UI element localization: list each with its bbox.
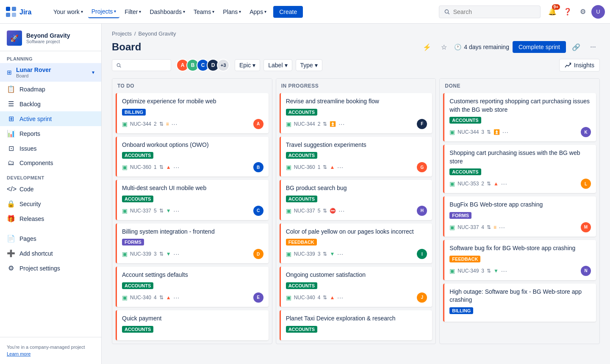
more-icon[interactable]: ··· [174,251,180,257]
card-planet-taxi-inprogress[interactable]: Planet Taxi Device exploration & researc… [280,310,433,340]
star-button[interactable]: ☆ [437,40,451,54]
more-icon[interactable]: ··· [501,267,507,274]
create-button[interactable]: Create [273,6,303,18]
sidebar-item-reports[interactable]: 📊 Reports [0,126,101,141]
sidebar-item-issues[interactable]: ⊡ Issues [0,141,101,156]
complete-sprint-button[interactable]: Complete sprint [513,41,566,53]
jira-logo: Jira [19,7,45,17]
card-nuc-340-todo[interactable]: Account settings defaults ACCOUNTS ▣ NUC… [116,267,269,307]
more-icon[interactable]: ··· [337,164,344,171]
label-filter[interactable]: Label ▾ [263,59,292,71]
nav-teams[interactable]: Teams ▾ [190,6,218,18]
story-points: 3 [318,251,321,257]
card-footer: ▣ NUC-344 2 ⇅ ≡ ··· A [122,119,263,129]
card-avatar: L [581,179,591,189]
card-nuc-337-done[interactable]: BugFix BG Web-store app crashing FORMS ▣… [443,196,596,237]
sidebar-item-active-sprint[interactable]: ⊞ Active sprint [0,111,101,126]
card-nuc-337-inprogress[interactable]: BG product search bug ACCOUNTS ▣ NUC-337… [280,180,433,220]
nav-plans[interactable]: Plans ▾ [219,6,244,18]
card-nuc-344-done[interactable]: Customers reporting shopping cart purcha… [443,93,596,141]
sidebar-section-planning: PLANNING [0,51,101,63]
settings-button[interactable]: ⚙ [576,5,590,19]
learn-more-link[interactable]: Learn more [7,351,30,356]
card-nuc-339-inprogress[interactable]: Color of pale yellow on our pages looks … [280,223,433,264]
nav-icon-group: 🔔 9+ ❓ ⚙ U [546,5,605,19]
sidebar-item-security[interactable]: 🔒 Security [0,196,101,211]
search-bar[interactable] [439,6,541,18]
more-icon[interactable]: ··· [499,224,505,231]
more-icon[interactable]: ··· [338,207,345,214]
card-nuc-353-done[interactable]: Shopping cart purchasing issues with the… [443,145,596,193]
user-avatar[interactable]: U [591,5,605,19]
sidebar-project-header[interactable]: 🚀 Beyond Gravity Software project [0,24,101,51]
card-nuc-355-done[interactable]: High outage: Software bug fix - BG Web-s… [443,284,596,322]
priority-icon: ≡ [494,224,496,230]
more-icon[interactable]: ··· [172,121,178,127]
nav-your-work[interactable]: Your work ▾ [50,6,86,18]
card-title: Account settings defaults [122,271,263,279]
sidebar-item-lunar-rover[interactable]: ⊞ Lunar Rover Board ▾ [0,63,101,82]
story-points: 5 [154,208,157,214]
issue-type-icon: ▣ [122,251,128,257]
more-icon[interactable]: ··· [501,180,507,187]
sp-icon: ⇅ [323,164,327,170]
card-avatar: A [253,119,263,129]
sidebar-item-releases[interactable]: 🎁 Releases [0,211,101,226]
card-nuc-337-todo[interactable]: Multi-dest search UI mobile web ACCOUNTS… [116,180,269,220]
sp-icon: ⇅ [487,181,491,187]
card-title: Planet Taxi Device exploration & researc… [286,314,427,323]
chevron-down-icon: ▾ [114,9,116,14]
app-logo[interactable]: Jira [5,6,45,18]
card-nuc-339-todo[interactable]: Billing system integration - frontend FO… [116,223,269,264]
more-icon[interactable]: ··· [338,121,345,127]
epic-filter[interactable]: Epic ▾ [235,59,260,71]
nav-apps[interactable]: Apps ▾ [246,6,270,18]
breadcrumb: Projects / Beyond Gravity [102,24,610,39]
card-nuc-360-todo[interactable]: Onboard workout options (OWO) ACCOUNTS ▣… [116,137,269,177]
sidebar-item-backlog[interactable]: ☰ Backlog [0,97,101,111]
lightning-button[interactable]: ⚡ [420,40,434,54]
notifications-button[interactable]: 🔔 9+ [546,5,559,19]
search-input[interactable] [453,8,535,15]
nav-filter[interactable]: Filter ▾ [121,6,144,18]
more-icon[interactable]: ··· [174,164,180,171]
card-nuc-344-todo[interactable]: Optimize experience for mobile web BILLI… [116,93,269,133]
chevron-down-icon: ▾ [139,9,141,14]
share-button[interactable]: 🔗 [569,40,583,54]
card-footer: ▣ NUC-353 2 ⇅ ▲ ··· L [449,179,591,189]
card-nuc-360-inprogress[interactable]: Travel suggestion experiments ACCOUNTS ▣… [280,137,433,177]
board-search[interactable] [112,59,171,71]
story-points: 2 [154,121,157,127]
sidebar-item-code[interactable]: </> Code [0,182,101,196]
project-type: Software project [26,39,94,44]
priority-icon: ▼ [330,251,335,257]
priority-icon: ▼ [166,251,171,257]
card-nuc-344-inprogress[interactable]: Revise and streamline booking flow ACCOU… [280,93,433,133]
board-search-input[interactable] [124,62,166,69]
nav-dashboards[interactable]: Dashboards ▾ [146,6,189,18]
more-icon[interactable]: ··· [174,294,180,301]
type-filter[interactable]: Type ▾ [296,59,322,71]
card-label: FORMS [449,212,471,219]
card-quick-payment-todo[interactable]: Quick payment ACCOUNTS [116,310,269,340]
more-button[interactable]: ··· [586,40,600,54]
more-icon[interactable]: ··· [502,129,509,135]
more-icon[interactable]: ··· [337,294,344,301]
card-nuc-340-inprogress[interactable]: Ongoing customer satisfaction ACCOUNTS ▣… [280,267,433,307]
card-footer: ▣ NUC-349 3 ⇅ ▼ ··· N [449,266,591,276]
breadcrumb-projects[interactable]: Projects [112,30,132,37]
breadcrumb-project[interactable]: Beyond Gravity [139,30,176,37]
card-nuc-349-done[interactable]: Software bug fix for BG Web-store app cr… [443,240,596,280]
sidebar-item-add-shortcut[interactable]: ➕ Add shortcut [0,246,101,261]
avatar-more[interactable]: +3 [217,59,230,72]
sidebar-item-roadmap[interactable]: 📋 Roadmap [0,82,101,97]
sidebar-item-pages[interactable]: 📄 Pages [0,231,101,246]
help-button[interactable]: ❓ [561,5,574,19]
sidebar-item-project-settings[interactable]: ⚙ Project settings [0,261,101,276]
nav-projects[interactable]: Projects ▾ [88,6,120,18]
sidebar-item-components[interactable]: 🗂 Components [0,156,101,170]
more-icon[interactable]: ··· [337,251,344,257]
sp-icon: ⇅ [159,121,164,127]
more-icon[interactable]: ··· [174,207,180,214]
insights-button[interactable]: Insights [559,59,600,72]
